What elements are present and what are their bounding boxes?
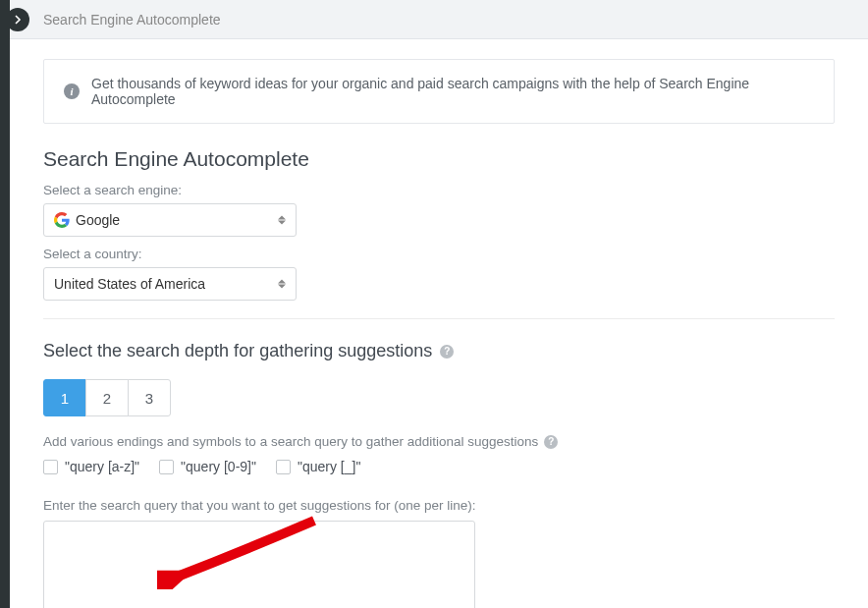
checkbox-row: "query [a-z]" "query [0-9]" "query [_]": [43, 459, 835, 474]
depth-heading-text: Select the search depth for gathering su…: [43, 341, 432, 361]
checkbox-query-az[interactable]: "query [a-z]": [43, 459, 139, 474]
country-label: Select a country:: [43, 247, 835, 261]
info-icon: i: [64, 83, 80, 99]
info-panel: i Get thousands of keyword ideas for you…: [43, 59, 835, 124]
engine-label: Select a search engine:: [43, 183, 835, 197]
depth-option-2[interactable]: 2: [85, 379, 129, 416]
checkbox-query-underscore[interactable]: "query [_]": [276, 459, 360, 474]
endings-label: Add various endings and symbols to a sea…: [43, 434, 835, 449]
checkbox-label: "query [a-z]": [65, 459, 139, 474]
checkbox-box: [276, 460, 291, 474]
section-heading: Search Engine Autocomplete: [43, 147, 835, 171]
checkbox-box: [159, 460, 174, 474]
depth-option-1[interactable]: 1: [43, 379, 86, 416]
depth-button-group: 1 2 3: [43, 379, 835, 416]
top-bar: Search Engine Autocomplete: [0, 0, 868, 39]
updown-icon: [278, 280, 286, 289]
help-icon[interactable]: ?: [544, 435, 558, 449]
engine-select[interactable]: Google: [43, 203, 297, 237]
left-sidebar-strip: [0, 0, 10, 608]
chevron-right-icon: [14, 15, 22, 25]
help-icon[interactable]: ?: [440, 345, 454, 359]
depth-option-3[interactable]: 3: [128, 379, 171, 416]
page-title: Search Engine Autocomplete: [43, 12, 221, 28]
divider: [43, 318, 835, 319]
checkbox-box: [43, 460, 58, 474]
checkbox-query-09[interactable]: "query [0-9]": [159, 459, 256, 474]
country-select[interactable]: United States of America: [43, 267, 297, 301]
query-label: Enter the search query that you want to …: [43, 498, 835, 513]
endings-label-text: Add various endings and symbols to a sea…: [43, 434, 538, 449]
checkbox-label: "query [0-9]": [181, 459, 256, 474]
checkbox-label: "query [_]": [298, 459, 360, 474]
engine-value: Google: [76, 212, 120, 228]
info-text: Get thousands of keyword ideas for your …: [91, 76, 814, 107]
google-icon: [54, 212, 70, 228]
country-value: United States of America: [54, 276, 205, 292]
depth-heading: Select the search depth for gathering su…: [43, 341, 835, 361]
query-textarea[interactable]: [43, 521, 475, 608]
updown-icon: [278, 216, 286, 225]
